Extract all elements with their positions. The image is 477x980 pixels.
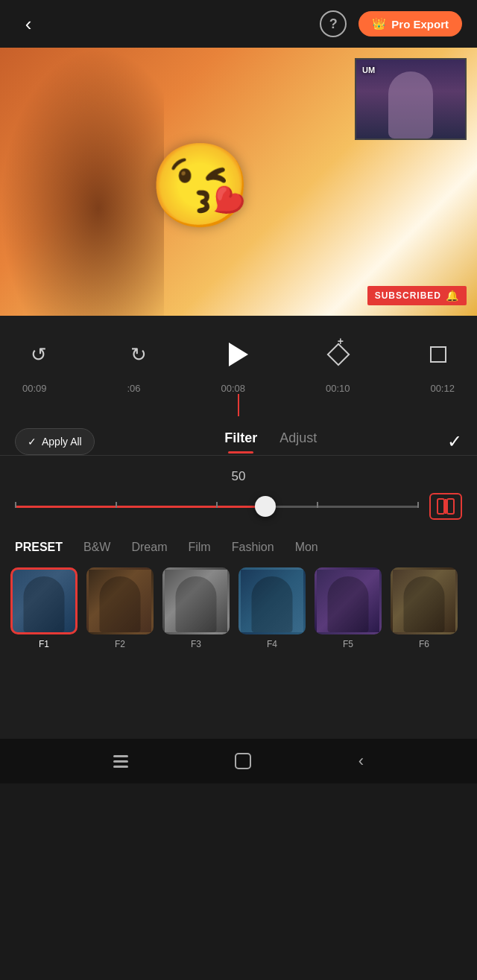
- preset-f2-thumb[interactable]: [86, 567, 154, 634]
- subscribed-label: SUBSCRIBED: [375, 290, 441, 301]
- back-icon: ‹: [25, 13, 32, 36]
- time-label-5: 00:12: [430, 383, 455, 394]
- preset-f4-label: F4: [267, 639, 277, 649]
- filter-tab-label: Filter: [224, 430, 257, 445]
- confirm-button[interactable]: ✓: [447, 431, 462, 452]
- preset-f5-person: [328, 576, 369, 632]
- timeline-track[interactable]: [22, 394, 455, 416]
- preset-f5[interactable]: F5: [315, 567, 382, 649]
- spacer-1: [0, 316, 477, 331]
- apply-all-label: Apply All: [42, 436, 82, 448]
- help-button[interactable]: ?: [320, 10, 347, 37]
- slider-row: [15, 493, 462, 520]
- plant-overlay: [0, 48, 164, 316]
- home-icon: [235, 753, 251, 769]
- subscribed-badge[interactable]: SUBSCRIBED 🔔: [367, 286, 467, 305]
- filter-categories: PRESET B&W Dream Film Fashion Mon: [0, 530, 477, 560]
- redo-icon: ↻: [130, 343, 147, 366]
- timeline-labels: 00:09 :06 00:08 00:10 00:12: [15, 383, 462, 394]
- pro-export-label: Pro Export: [391, 18, 449, 31]
- back-button[interactable]: ‹: [15, 10, 42, 37]
- nav-menu-button[interactable]: [113, 755, 128, 768]
- category-preset[interactable]: PRESET: [15, 541, 63, 554]
- video-preview: 😘 UM SUBSCRIBED 🔔: [0, 48, 477, 316]
- preset-f2-label: F2: [115, 639, 125, 649]
- time-label-1: 00:09: [22, 383, 47, 394]
- nav-home-button[interactable]: [235, 753, 251, 769]
- preset-f6[interactable]: F6: [391, 567, 458, 649]
- preset-f4[interactable]: F4: [238, 567, 306, 649]
- slider-track[interactable]: [15, 506, 419, 508]
- slider-track-wrap[interactable]: [15, 496, 419, 517]
- nav-back-icon: ‹: [358, 751, 364, 771]
- bottom-spacer: [0, 664, 477, 679]
- preset-f6-person: [404, 576, 445, 632]
- undo-button[interactable]: ↺: [22, 338, 55, 371]
- category-film[interactable]: Film: [188, 541, 210, 554]
- confirm-icon: ✓: [447, 431, 462, 451]
- svg-rect-0: [437, 499, 444, 514]
- time-label-4: 00:10: [326, 383, 350, 394]
- preset-f6-thumb[interactable]: [391, 567, 458, 634]
- menu-icon: [113, 755, 128, 768]
- filter-presets-row: F1 F2 F3 F4 F5 F6: [0, 560, 477, 664]
- play-icon: [229, 343, 248, 366]
- emoji-sticker[interactable]: 😘: [149, 144, 251, 226]
- keyframe-button[interactable]: [322, 338, 355, 371]
- diamond-icon: [326, 343, 350, 366]
- category-dream[interactable]: Dream: [131, 541, 167, 554]
- apply-all-button[interactable]: ✓ Apply All: [15, 428, 95, 455]
- pro-export-button[interactable]: 👑 Pro Export: [358, 11, 462, 36]
- preset-f2[interactable]: F2: [86, 567, 154, 649]
- time-label-3: 00:08: [221, 383, 245, 394]
- crown-icon: 👑: [372, 17, 386, 31]
- preset-f6-label: F6: [419, 639, 429, 649]
- inset-thumbnail[interactable]: UM: [355, 58, 467, 140]
- preset-f1-thumb[interactable]: [10, 567, 78, 634]
- playback-controls: ↺ ↻: [0, 331, 477, 378]
- slider-thumb[interactable]: [255, 496, 276, 517]
- category-mon[interactable]: Mon: [295, 541, 318, 554]
- person-silhouette: [388, 71, 433, 139]
- redo-button[interactable]: ↻: [122, 338, 155, 371]
- top-bar: ‹ ? 👑 Pro Export: [0, 0, 477, 48]
- tab-bar: ✓ Apply All Filter Adjust ✓: [0, 421, 477, 456]
- preset-f3-thumb[interactable]: [162, 567, 230, 634]
- compare-button[interactable]: [429, 493, 462, 520]
- content-spacer: [0, 679, 477, 739]
- svg-rect-1: [447, 499, 454, 514]
- preset-f4-person: [252, 576, 293, 632]
- adjust-tab-label: Adjust: [279, 430, 317, 445]
- time-label-2: :06: [127, 383, 140, 394]
- play-button[interactable]: [222, 338, 255, 371]
- category-bw[interactable]: B&W: [83, 541, 110, 554]
- preset-f4-thumb[interactable]: [238, 567, 306, 634]
- timeline[interactable]: 00:09 :06 00:08 00:10 00:12: [0, 378, 477, 421]
- filter-slider-section: 50: [0, 456, 477, 530]
- tab-filter[interactable]: Filter: [224, 430, 257, 454]
- inset-person-bg: UM: [356, 60, 465, 139]
- undo-icon: ↺: [31, 343, 47, 366]
- category-fashion[interactable]: Fashion: [232, 541, 274, 554]
- preset-f1[interactable]: F1: [10, 567, 78, 649]
- tab-adjust[interactable]: Adjust: [279, 430, 317, 454]
- question-icon: ?: [329, 16, 338, 32]
- bell-icon: 🔔: [446, 290, 459, 302]
- nav-back-button[interactable]: ‹: [358, 751, 364, 771]
- fullscreen-icon: [430, 346, 446, 363]
- top-right-controls: ? 👑 Pro Export: [320, 10, 462, 37]
- slider-value: 50: [15, 469, 462, 484]
- preset-f1-person: [24, 576, 65, 632]
- preset-f5-label: F5: [343, 639, 353, 649]
- preset-f5-thumb[interactable]: [315, 567, 382, 634]
- playhead: [238, 394, 239, 416]
- compare-icon: [437, 498, 455, 515]
- system-nav-bar: ‹: [0, 739, 477, 783]
- preset-f3[interactable]: F3: [162, 567, 230, 649]
- check-icon: ✓: [28, 436, 37, 448]
- fullscreen-button[interactable]: [422, 338, 455, 371]
- preset-f2-person: [100, 576, 141, 632]
- preset-f3-person: [176, 576, 217, 632]
- preset-f1-label: F1: [39, 639, 49, 649]
- preset-f3-label: F3: [191, 639, 201, 649]
